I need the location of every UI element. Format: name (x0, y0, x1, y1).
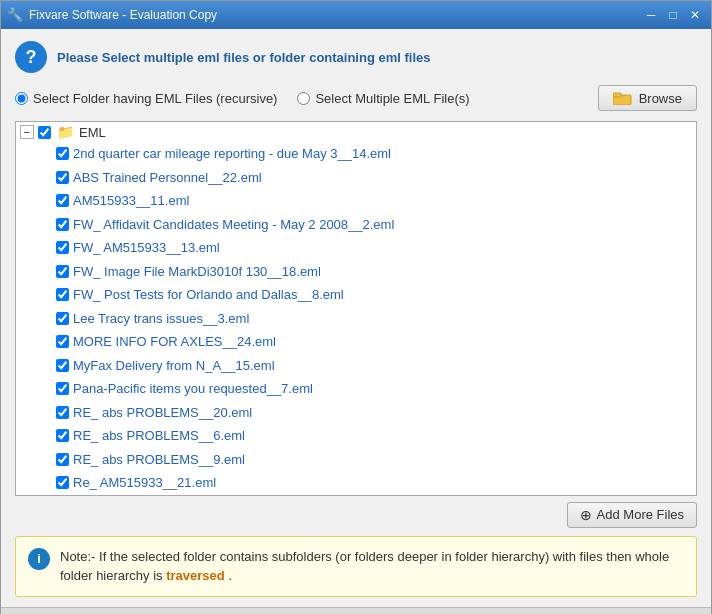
list-item: Pana-Pacific items you requested__7.eml (52, 377, 696, 401)
note-box: i Note:- If the selected folder contains… (15, 536, 697, 597)
file-link-13[interactable]: RE_ abs PROBLEMS__9.eml (73, 450, 245, 470)
tree-root: − 📁 EML (16, 122, 696, 142)
file-link-4[interactable]: FW_ AM515933__13.eml (73, 238, 220, 258)
file-link-6[interactable]: FW_ Post Tests for Orlando and Dallas__8… (73, 285, 344, 305)
file-link-0[interactable]: 2nd quarter car mileage reporting - due … (73, 144, 391, 164)
browse-label: Browse (639, 91, 682, 106)
footer: ◄ Back ► Next ✕ Cancel ? Help (1, 607, 711, 615)
note-text1: If the selected folder contains subfolde… (60, 549, 669, 584)
question-icon: ? (15, 41, 47, 73)
note-traversed: traversed (166, 568, 225, 583)
list-item: ABS Trained Personnel__22.eml (52, 166, 696, 190)
file-link-1[interactable]: ABS Trained Personnel__22.eml (73, 168, 262, 188)
header-eml-highlight: eml files (379, 50, 431, 65)
file-checkbox-12[interactable] (56, 429, 69, 442)
collapse-btn[interactable]: − (20, 125, 34, 139)
main-window: 🔧 Fixvare Software - Evaluation Copy ─ □… (0, 0, 712, 614)
svg-rect-1 (613, 93, 621, 97)
file-link-10[interactable]: Pana-Pacific items you requested__7.eml (73, 379, 313, 399)
add-more-icon: ⊕ (580, 507, 592, 523)
file-checkbox-7[interactable] (56, 312, 69, 325)
file-list-container: − 📁 EML 2nd quarter car mileage reportin… (15, 121, 697, 496)
add-more-button[interactable]: ⊕ Add More Files (567, 502, 697, 528)
title-bar: 🔧 Fixvare Software - Evaluation Copy ─ □… (1, 1, 711, 29)
header-text: Please Select multiple eml files or fold… (57, 50, 431, 65)
file-checkbox-6[interactable] (56, 288, 69, 301)
file-checkbox-4[interactable] (56, 241, 69, 254)
file-link-7[interactable]: Lee Tracy trans issues__3.eml (73, 309, 249, 329)
browse-icon (613, 90, 633, 106)
note-label: Note:- (60, 549, 95, 564)
app-icon: 🔧 (7, 7, 23, 23)
file-list: 2nd quarter car mileage reporting - due … (16, 142, 696, 495)
list-item: RE_ abs PROBLEMS__20.eml (52, 401, 696, 425)
list-item: RE_ abs PROBLEMS__6.eml (52, 424, 696, 448)
minimize-button[interactable]: ─ (641, 6, 661, 24)
maximize-button[interactable]: □ (663, 6, 683, 24)
list-item: FW_ Image File MarkDi3010f 130__18.eml (52, 260, 696, 284)
note-text2: . (228, 568, 232, 583)
list-item: MORE INFO FOR AXLES__24.eml (52, 330, 696, 354)
list-item: MyFax Delivery from N_A__15.eml (52, 354, 696, 378)
file-checkbox-11[interactable] (56, 406, 69, 419)
window-controls: ─ □ ✕ (641, 6, 705, 24)
file-link-5[interactable]: FW_ Image File MarkDi3010f 130__18.eml (73, 262, 321, 282)
list-item: FW_ Post Tests for Orlando and Dallas__8… (52, 283, 696, 307)
main-content: ? Please Select multiple eml files or fo… (1, 29, 711, 607)
list-item: Re_ AM515933__21.eml (52, 471, 696, 495)
actions-row: ⊕ Add More Files (15, 502, 697, 528)
file-checkbox-14[interactable] (56, 476, 69, 489)
radio-section: Select Folder having EML Files (recursiv… (15, 85, 697, 111)
list-item: FW_ Affidavit Candidates Meeting - May 2… (52, 213, 696, 237)
header-main-text: Please Select multiple eml files or fold… (57, 50, 375, 65)
radio-folder-option[interactable]: Select Folder having EML Files (recursiv… (15, 91, 277, 106)
file-checkbox-2[interactable] (56, 194, 69, 207)
file-link-3[interactable]: FW_ Affidavit Candidates Meeting - May 2… (73, 215, 394, 235)
file-checkbox-5[interactable] (56, 265, 69, 278)
file-checkbox-8[interactable] (56, 335, 69, 348)
info-icon: i (28, 548, 50, 570)
file-link-8[interactable]: MORE INFO FOR AXLES__24.eml (73, 332, 276, 352)
list-item: Lee Tracy trans issues__3.eml (52, 307, 696, 331)
title-text: Fixvare Software - Evaluation Copy (29, 8, 641, 22)
list-item: RE_ abs PROBLEMS__9.eml (52, 448, 696, 472)
file-checkbox-3[interactable] (56, 218, 69, 231)
file-link-2[interactable]: AM515933__11.eml (73, 191, 189, 211)
note-text: Note:- If the selected folder contains s… (60, 547, 684, 586)
list-item: 2nd quarter car mileage reporting - due … (52, 142, 696, 166)
file-checkbox-13[interactable] (56, 453, 69, 466)
close-button[interactable]: ✕ (685, 6, 705, 24)
list-item: FW_ AM515933__13.eml (52, 236, 696, 260)
file-list-scroll[interactable]: − 📁 EML 2nd quarter car mileage reportin… (16, 122, 696, 495)
list-item: AM515933__11.eml (52, 189, 696, 213)
file-checkbox-0[interactable] (56, 147, 69, 160)
file-checkbox-10[interactable] (56, 382, 69, 395)
header-section: ? Please Select multiple eml files or fo… (15, 41, 697, 73)
browse-button[interactable]: Browse (598, 85, 697, 111)
file-link-11[interactable]: RE_ abs PROBLEMS__20.eml (73, 403, 252, 423)
add-more-label: Add More Files (597, 507, 684, 522)
radio-folder-input[interactable] (15, 92, 28, 105)
folder-icon: 📁 (57, 124, 74, 140)
file-link-14[interactable]: Re_ AM515933__21.eml (73, 473, 216, 493)
radio-files-input[interactable] (297, 92, 310, 105)
file-link-12[interactable]: RE_ abs PROBLEMS__6.eml (73, 426, 245, 446)
root-checkbox[interactable] (38, 126, 51, 139)
radio-folder-label: Select Folder having EML Files (recursiv… (33, 91, 277, 106)
radio-files-option[interactable]: Select Multiple EML File(s) (297, 91, 469, 106)
file-link-9[interactable]: MyFax Delivery from N_A__15.eml (73, 356, 275, 376)
file-checkbox-1[interactable] (56, 171, 69, 184)
root-label: EML (79, 125, 106, 140)
file-checkbox-9[interactable] (56, 359, 69, 372)
radio-files-label: Select Multiple EML File(s) (315, 91, 469, 106)
